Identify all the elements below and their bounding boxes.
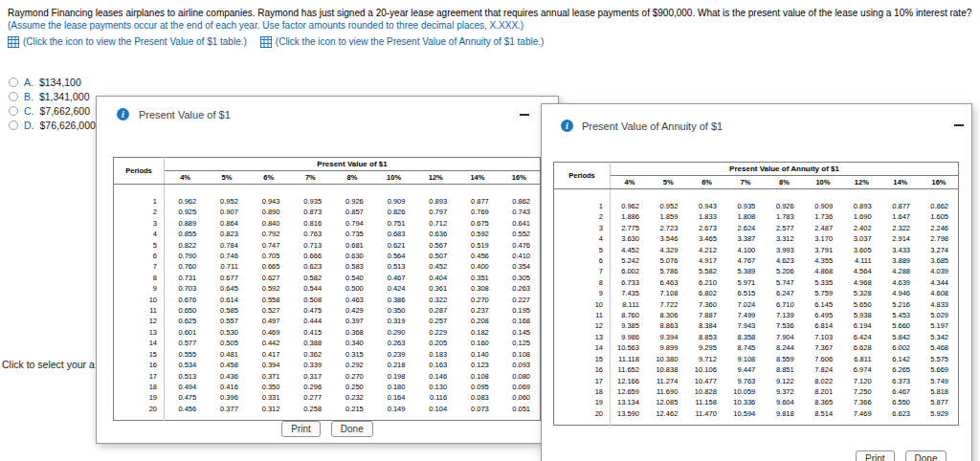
factor-cell: 3.433 — [881, 245, 920, 255]
factor-cell: 0.237 — [457, 305, 499, 316]
factor-cell: 0.362 — [289, 349, 331, 360]
radio-icon[interactable] — [9, 121, 18, 130]
dialog-buttons: Print Done — [856, 450, 947, 461]
factor-cell: 0.711 — [206, 261, 248, 272]
radio-icon[interactable] — [9, 106, 18, 116]
minimize-icon — [954, 124, 964, 126]
pv-table-link-text[interactable]: (Click the icon to view the Present Valu… — [23, 35, 247, 48]
factor-cell: 0.146 — [414, 371, 457, 382]
done-button[interactable]: Done — [331, 421, 373, 437]
factor-cell: 0.083 — [457, 392, 499, 403]
radio-icon[interactable] — [9, 92, 18, 101]
factor-row: 140.5770.5050.4420.3880.3400.2630.2050.1… — [114, 338, 541, 348]
rate-column-header: 5% — [206, 171, 248, 185]
factor-cell: 1.808 — [726, 211, 765, 222]
factor-cell: 9.385 — [611, 320, 649, 331]
minimize-button[interactable] — [518, 108, 531, 121]
factor-cell: 5.206 — [765, 266, 803, 276]
factor-row: 200.4560.3770.3120.2580.2150.1490.1040.0… — [114, 404, 541, 421]
factor-cell: 0.592 — [248, 283, 290, 294]
factor-cell: 5.342 — [920, 332, 959, 342]
factor-row: 1712.16611.27410.4779.7639.1228.0227.120… — [554, 376, 959, 386]
rate-column-header: 5% — [649, 176, 687, 189]
period-cell: 7 — [114, 261, 165, 272]
factor-cell: 4.100 — [726, 245, 765, 255]
factor-cell: 0.130 — [414, 382, 457, 392]
factor-cell: 0.386 — [373, 295, 415, 305]
factor-cell: 0.519 — [457, 240, 499, 251]
factor-cell: 12.462 — [649, 408, 687, 426]
option-d[interactable]: D. $76,626,000 — [9, 118, 96, 132]
factor-cell: 3.387 — [726, 233, 765, 244]
pva-table-link-text[interactable]: (Click the icon to view the Present Valu… — [276, 35, 545, 48]
radio-icon[interactable] — [9, 77, 18, 87]
question-area: Raymond Financing leases airplanes to ai… — [8, 7, 976, 48]
factor-cell: 6.733 — [611, 277, 649, 288]
dialog-title: Present Value of Annuity of $1 — [582, 121, 723, 132]
factor-cell: 0.650 — [165, 305, 207, 316]
factor-cell: 5.759 — [804, 288, 842, 298]
factor-cell: 0.270 — [457, 295, 499, 305]
option-letter: B. — [24, 91, 33, 102]
factor-cell: 0.926 — [331, 185, 373, 208]
factor-cell: 1.647 — [881, 211, 920, 222]
factor-cell: 0.855 — [165, 229, 207, 239]
pv-table-link[interactable]: (Click the icon to view the Present Valu… — [8, 35, 247, 48]
factor-cell: 0.614 — [206, 295, 248, 305]
pva-table-link[interactable]: (Click the icon to view the Present Valu… — [260, 35, 545, 48]
option-b[interactable]: B. $1,341,000 — [9, 89, 96, 103]
factor-cell: 2.322 — [881, 223, 920, 233]
done-button[interactable]: Done — [905, 450, 947, 461]
factor-cell: 1.859 — [649, 211, 687, 222]
factor-cell: 0.168 — [499, 316, 541, 326]
factor-cell: 6.210 — [687, 277, 725, 288]
factor-cell: 0.305 — [499, 273, 541, 283]
table-icon[interactable] — [8, 36, 19, 48]
factor-cell: 6.628 — [842, 342, 880, 353]
period-cell: 9 — [554, 288, 611, 298]
factor-cell: 0.250 — [331, 382, 373, 392]
factor-cell: 4.344 — [920, 277, 959, 288]
factor-cell: 0.864 — [206, 218, 248, 229]
factor-cell: 9.986 — [611, 332, 649, 342]
factor-cell: 0.317 — [289, 371, 331, 382]
factor-cell: 2.402 — [842, 223, 880, 233]
factor-cell: 10.059 — [726, 386, 765, 397]
factor-cell: 6.467 — [881, 386, 920, 397]
factor-cell: 0.183 — [414, 349, 457, 360]
pv-dialog: i Present Value of $1 Periods Present Va… — [96, 96, 559, 444]
factor-cell: 0.665 — [248, 261, 290, 272]
factor-cell: 4.946 — [881, 288, 920, 298]
factor-cell: 8.863 — [649, 320, 687, 331]
print-button[interactable]: Print — [856, 450, 895, 461]
minimize-button[interactable] — [952, 119, 966, 132]
factor-cell: 6.002 — [881, 342, 920, 353]
factor-cell: 2.914 — [881, 233, 920, 244]
period-cell: 20 — [114, 404, 165, 421]
factor-row: 54.4524.3294.2124.1003.9933.7913.6053.43… — [554, 245, 959, 255]
factor-cell: 5.029 — [920, 310, 959, 320]
factor-cell: 0.417 — [248, 349, 290, 360]
table-icon[interactable] — [260, 36, 272, 48]
option-c[interactable]: C. $7,662,600 — [9, 103, 96, 118]
print-button[interactable]: Print — [281, 421, 321, 437]
factor-cell: 6.814 — [804, 320, 842, 331]
factor-cell: 0.943 — [687, 189, 725, 212]
option-a[interactable]: A. $134,100 — [9, 75, 96, 89]
period-cell: 20 — [554, 408, 611, 426]
period-cell: 18 — [114, 382, 165, 392]
factor-cell: 12.166 — [611, 376, 649, 386]
factor-cell: 0.705 — [248, 251, 290, 261]
factor-cell: 0.239 — [373, 349, 415, 360]
factor-cell: 0.404 — [414, 273, 457, 283]
factor-cell: 7.139 — [765, 310, 803, 320]
factor-cell: 0.145 — [499, 327, 541, 338]
factor-cell: 8.559 — [765, 354, 803, 364]
factor-cell: 0.935 — [726, 189, 765, 212]
period-cell: 7 — [554, 266, 611, 276]
factor-cell: 6.194 — [842, 320, 880, 331]
factor-cell: 10.380 — [649, 354, 687, 364]
period-cell: 12 — [554, 320, 611, 331]
factor-cell: 0.751 — [373, 218, 415, 229]
factor-cell: 0.198 — [373, 371, 415, 382]
